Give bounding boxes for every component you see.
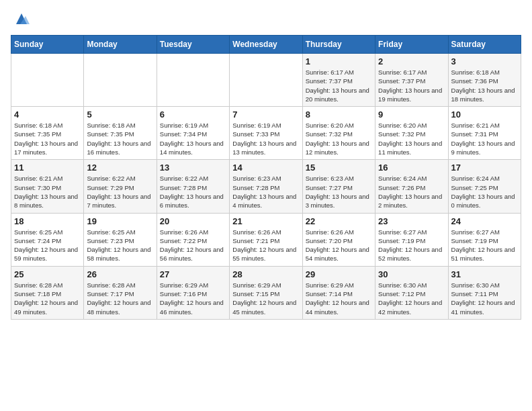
logo-icon (13, 11, 30, 27)
day-cell: 5Sunrise: 6:18 AM Sunset: 7:35 PM Daylig… (84, 107, 157, 160)
day-cell: 14Sunrise: 6:23 AM Sunset: 7:28 PM Dayli… (230, 160, 302, 213)
day-cell: 31Sunrise: 6:30 AM Sunset: 7:11 PM Dayli… (448, 266, 521, 319)
day-number: 6 (160, 109, 226, 120)
day-number: 3 (451, 56, 518, 66)
day-info: Sunrise: 6:20 AM Sunset: 7:32 PM Dayligh… (378, 121, 445, 156)
col-header-tuesday: Tuesday (157, 36, 229, 54)
day-number: 29 (306, 269, 372, 279)
day-cell: 19Sunrise: 6:25 AM Sunset: 7:23 PM Dayli… (84, 213, 157, 266)
day-cell: 25Sunrise: 6:28 AM Sunset: 7:18 PM Dayli… (11, 266, 84, 319)
week-row-2: 4Sunrise: 6:18 AM Sunset: 7:35 PM Daylig… (11, 107, 521, 160)
day-info: Sunrise: 6:24 AM Sunset: 7:25 PM Dayligh… (451, 174, 518, 210)
day-info: Sunrise: 6:29 AM Sunset: 7:14 PM Dayligh… (306, 281, 372, 316)
day-cell: 16Sunrise: 6:24 AM Sunset: 7:26 PM Dayli… (375, 160, 448, 213)
col-header-monday: Monday (84, 36, 157, 54)
day-info: Sunrise: 6:18 AM Sunset: 7:35 PM Dayligh… (87, 121, 153, 156)
day-info: Sunrise: 6:17 AM Sunset: 7:37 PM Dayligh… (378, 68, 445, 103)
week-row-5: 25Sunrise: 6:28 AM Sunset: 7:18 PM Dayli… (11, 266, 521, 319)
day-cell: 26Sunrise: 6:28 AM Sunset: 7:17 PM Dayli… (84, 266, 157, 319)
day-info: Sunrise: 6:28 AM Sunset: 7:18 PM Dayligh… (14, 281, 81, 316)
day-info: Sunrise: 6:21 AM Sunset: 7:31 PM Dayligh… (451, 121, 518, 156)
day-cell: 1Sunrise: 6:17 AM Sunset: 7:37 PM Daylig… (302, 54, 375, 107)
col-header-saturday: Saturday (448, 36, 521, 54)
day-info: Sunrise: 6:19 AM Sunset: 7:34 PM Dayligh… (160, 121, 226, 156)
day-info: Sunrise: 6:26 AM Sunset: 7:20 PM Dayligh… (306, 228, 372, 263)
day-info: Sunrise: 6:27 AM Sunset: 7:19 PM Dayligh… (451, 228, 518, 263)
day-cell: 2Sunrise: 6:17 AM Sunset: 7:37 PM Daylig… (375, 54, 448, 107)
day-info: Sunrise: 6:24 AM Sunset: 7:26 PM Dayligh… (378, 174, 445, 210)
day-info: Sunrise: 6:26 AM Sunset: 7:21 PM Dayligh… (232, 228, 299, 263)
day-cell: 28Sunrise: 6:29 AM Sunset: 7:15 PM Dayli… (230, 266, 302, 319)
day-info: Sunrise: 6:25 AM Sunset: 7:24 PM Dayligh… (14, 228, 81, 263)
col-header-sunday: Sunday (11, 36, 84, 54)
day-info: Sunrise: 6:23 AM Sunset: 7:28 PM Dayligh… (232, 174, 299, 210)
week-row-4: 18Sunrise: 6:25 AM Sunset: 7:24 PM Dayli… (11, 213, 521, 266)
day-info: Sunrise: 6:30 AM Sunset: 7:12 PM Dayligh… (378, 281, 445, 316)
header (11, 11, 521, 27)
col-header-thursday: Thursday (302, 36, 375, 54)
day-info: Sunrise: 6:25 AM Sunset: 7:23 PM Dayligh… (87, 228, 153, 263)
day-cell: 30Sunrise: 6:30 AM Sunset: 7:12 PM Dayli… (375, 266, 448, 319)
day-number: 22 (306, 216, 372, 226)
day-cell: 24Sunrise: 6:27 AM Sunset: 7:19 PM Dayli… (448, 213, 521, 266)
col-header-wednesday: Wednesday (230, 36, 302, 54)
week-row-1: 1Sunrise: 6:17 AM Sunset: 7:37 PM Daylig… (11, 54, 521, 107)
day-cell: 23Sunrise: 6:27 AM Sunset: 7:19 PM Dayli… (375, 213, 448, 266)
day-number: 30 (378, 269, 445, 279)
day-number: 13 (160, 163, 226, 173)
day-cell: 4Sunrise: 6:18 AM Sunset: 7:35 PM Daylig… (11, 107, 84, 160)
day-info: Sunrise: 6:30 AM Sunset: 7:11 PM Dayligh… (451, 281, 518, 316)
day-cell (84, 54, 157, 107)
day-info: Sunrise: 6:21 AM Sunset: 7:30 PM Dayligh… (14, 174, 81, 210)
day-info: Sunrise: 6:19 AM Sunset: 7:33 PM Dayligh… (232, 121, 299, 156)
day-cell: 7Sunrise: 6:19 AM Sunset: 7:33 PM Daylig… (230, 107, 302, 160)
day-number: 15 (306, 163, 372, 173)
day-cell: 6Sunrise: 6:19 AM Sunset: 7:34 PM Daylig… (157, 107, 229, 160)
header-row: SundayMondayTuesdayWednesdayThursdayFrid… (11, 36, 521, 54)
day-cell: 27Sunrise: 6:29 AM Sunset: 7:16 PM Dayli… (157, 266, 229, 319)
day-cell (157, 54, 229, 107)
day-cell (11, 54, 84, 107)
day-number: 20 (160, 216, 226, 226)
day-info: Sunrise: 6:18 AM Sunset: 7:35 PM Dayligh… (14, 121, 81, 156)
col-header-friday: Friday (375, 36, 448, 54)
day-number: 23 (378, 216, 445, 226)
day-info: Sunrise: 6:29 AM Sunset: 7:16 PM Dayligh… (160, 281, 226, 316)
day-cell (230, 54, 302, 107)
day-cell: 20Sunrise: 6:26 AM Sunset: 7:22 PM Dayli… (157, 213, 229, 266)
day-cell: 18Sunrise: 6:25 AM Sunset: 7:24 PM Dayli… (11, 213, 84, 266)
day-info: Sunrise: 6:22 AM Sunset: 7:29 PM Dayligh… (87, 174, 153, 210)
day-number: 14 (232, 163, 299, 173)
logo (11, 11, 30, 27)
day-number: 5 (87, 109, 153, 120)
day-cell: 17Sunrise: 6:24 AM Sunset: 7:25 PM Dayli… (448, 160, 521, 213)
day-number: 28 (232, 269, 299, 279)
day-cell: 11Sunrise: 6:21 AM Sunset: 7:30 PM Dayli… (11, 160, 84, 213)
day-number: 25 (14, 269, 81, 279)
day-info: Sunrise: 6:22 AM Sunset: 7:28 PM Dayligh… (160, 174, 226, 210)
day-number: 12 (87, 163, 153, 173)
day-number: 17 (451, 163, 518, 173)
day-cell: 12Sunrise: 6:22 AM Sunset: 7:29 PM Dayli… (84, 160, 157, 213)
day-number: 8 (306, 109, 372, 120)
day-number: 27 (160, 269, 226, 279)
day-cell: 22Sunrise: 6:26 AM Sunset: 7:20 PM Dayli… (302, 213, 375, 266)
day-cell: 10Sunrise: 6:21 AM Sunset: 7:31 PM Dayli… (448, 107, 521, 160)
day-number: 16 (378, 163, 445, 173)
day-number: 1 (306, 56, 372, 66)
day-cell: 3Sunrise: 6:18 AM Sunset: 7:36 PM Daylig… (448, 54, 521, 107)
day-number: 18 (14, 216, 81, 226)
day-cell: 15Sunrise: 6:23 AM Sunset: 7:27 PM Dayli… (302, 160, 375, 213)
day-info: Sunrise: 6:18 AM Sunset: 7:36 PM Dayligh… (451, 68, 518, 103)
day-cell: 29Sunrise: 6:29 AM Sunset: 7:14 PM Dayli… (302, 266, 375, 319)
day-number: 7 (232, 109, 299, 120)
day-number: 21 (232, 216, 299, 226)
day-number: 26 (87, 269, 153, 279)
day-cell: 8Sunrise: 6:20 AM Sunset: 7:32 PM Daylig… (302, 107, 375, 160)
day-info: Sunrise: 6:23 AM Sunset: 7:27 PM Dayligh… (306, 174, 372, 210)
day-info: Sunrise: 6:26 AM Sunset: 7:22 PM Dayligh… (160, 228, 226, 263)
day-cell: 13Sunrise: 6:22 AM Sunset: 7:28 PM Dayli… (157, 160, 229, 213)
day-number: 11 (14, 163, 81, 173)
calendar-table: SundayMondayTuesdayWednesdayThursdayFrid… (11, 35, 521, 320)
day-info: Sunrise: 6:20 AM Sunset: 7:32 PM Dayligh… (306, 121, 372, 156)
